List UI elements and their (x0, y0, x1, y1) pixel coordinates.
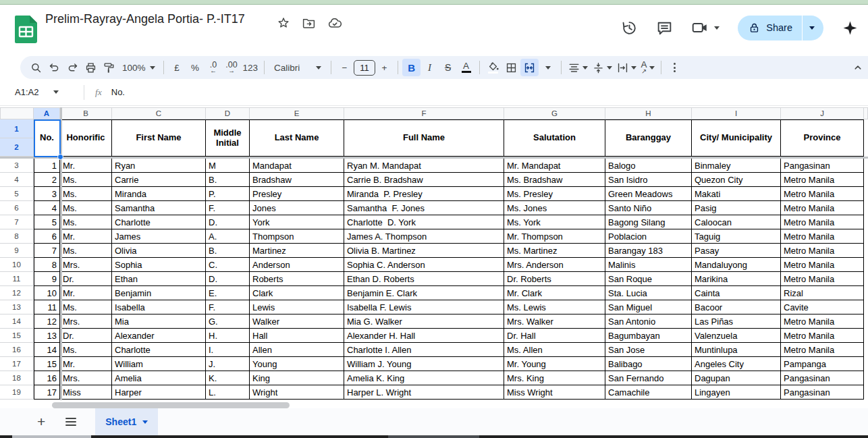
paint-format-button[interactable] (100, 59, 118, 76)
share-button[interactable]: Share (738, 16, 823, 40)
cell[interactable]: Ms. Lewis (504, 300, 605, 314)
cell[interactable]: 12 (34, 314, 60, 329)
cell[interactable]: F. (206, 300, 250, 314)
cell[interactable]: Roberts (250, 272, 344, 286)
cell[interactable]: Mr. (60, 159, 112, 173)
cell[interactable]: 5 (34, 215, 60, 229)
cell[interactable]: Quezon City (692, 173, 781, 187)
row-header-13[interactable]: 13 (0, 300, 34, 314)
column-header-E[interactable]: E (250, 107, 344, 119)
row-header-3[interactable]: 3 (0, 159, 34, 173)
cell[interactable]: Clark (250, 286, 344, 300)
cell[interactable]: Marikina (692, 272, 781, 286)
comments-icon[interactable] (656, 20, 673, 36)
cell[interactable]: Jones (250, 201, 344, 215)
column-header-C[interactable]: C (112, 107, 206, 119)
cell[interactable]: Wright (250, 385, 344, 400)
video-camera-icon[interactable] (691, 19, 709, 36)
print-button[interactable] (82, 59, 100, 76)
cell[interactable]: Dr. Hall (504, 329, 605, 343)
cell[interactable]: Ms. Presley (504, 187, 605, 201)
cell[interactable]: Taguig (692, 229, 781, 244)
cell[interactable]: E. (206, 286, 250, 300)
cell[interactable]: Poblacion (605, 229, 692, 244)
cell[interactable]: Ms. (60, 244, 112, 258)
cell[interactable]: Metro Manila (781, 187, 864, 201)
cell[interactable]: Ethan (112, 272, 206, 286)
cell[interactable]: Miranda (112, 187, 206, 201)
document-title[interactable]: Prelim-Rayray-Angela Portia- P.-IT17 (45, 12, 245, 26)
select-all-corner[interactable] (0, 107, 34, 119)
cell[interactable]: Pampanga (781, 357, 864, 371)
cell[interactable]: D. (206, 272, 250, 286)
cell[interactable]: Mrs. King (504, 371, 605, 385)
cell[interactable]: Martinez (250, 244, 344, 258)
cell[interactable]: Mandaluyong (692, 258, 781, 272)
row-header-8[interactable]: 8 (0, 229, 34, 244)
font-select[interactable]: Calibri (269, 59, 327, 76)
cell[interactable]: Bacoor (692, 300, 781, 314)
cell[interactable]: York (250, 215, 344, 229)
share-dropdown[interactable] (803, 16, 823, 40)
cell[interactable]: 4 (34, 201, 60, 215)
version-history-icon[interactable] (621, 20, 638, 36)
cell[interactable]: 16 (34, 371, 60, 385)
cell[interactable]: San Jose (605, 343, 692, 357)
name-box[interactable]: A1:A2 (0, 87, 80, 97)
cell[interactable]: Lingayen (692, 385, 781, 400)
cell[interactable]: B. (206, 244, 250, 258)
cell[interactable]: Metro Manila (781, 343, 864, 357)
cell[interactable]: 2 (34, 173, 60, 187)
cell[interactable]: Ryan M. Mandapat (344, 159, 504, 173)
cell[interactable]: 1 (34, 159, 60, 173)
format-percent-button[interactable]: % (186, 59, 205, 76)
header-cell-salutation[interactable]: Salutation (504, 119, 605, 157)
cell[interactable]: San Fernando (605, 371, 692, 385)
cell[interactable]: Binmaley (692, 159, 781, 173)
cell[interactable]: H. (206, 329, 250, 343)
decrease-font-size-button[interactable]: − (335, 59, 354, 76)
cell[interactable]: Sta. Lucia (605, 286, 692, 300)
header-cell-middle-initial[interactable]: Middle Initial (206, 119, 250, 157)
cell[interactable]: G. (206, 314, 250, 329)
header-cell-full-name[interactable]: Full Name (344, 119, 504, 157)
italic-button[interactable]: I (421, 59, 439, 76)
cell[interactable]: William J. Young (344, 357, 504, 371)
cell[interactable]: Walker (250, 314, 344, 329)
format-currency-button[interactable]: £ (168, 59, 186, 76)
cell[interactable]: Ms. (60, 201, 112, 215)
cell[interactable]: 8 (34, 258, 60, 272)
cell[interactable]: Amelia K. King (344, 371, 504, 385)
decrease-decimal-button[interactable]: .0← (205, 59, 223, 76)
cell[interactable]: Ms. Bradshaw (504, 173, 605, 187)
cell[interactable]: L. (206, 385, 250, 400)
cell[interactable]: Santo Niño (605, 201, 692, 215)
cell[interactable]: Olivia (112, 244, 206, 258)
cell[interactable]: K. (206, 371, 250, 385)
cell[interactable]: Hall (250, 329, 344, 343)
cell[interactable]: Green Meadows (605, 187, 692, 201)
header-cell-city-municipality[interactable]: City/ Municipality (692, 119, 781, 157)
selection-fill-handle[interactable] (57, 154, 63, 160)
row-header-14[interactable]: 14 (0, 314, 34, 329)
cell[interactable]: Pasig (692, 201, 781, 215)
cell[interactable]: Charlotte (112, 215, 206, 229)
cell[interactable]: J. (206, 357, 250, 371)
cell[interactable]: P. (206, 187, 250, 201)
cell[interactable]: Ms. York (504, 215, 605, 229)
column-header-H[interactable]: H (605, 107, 692, 119)
cell[interactable]: Ms. (60, 173, 112, 187)
cell[interactable]: Sophia (112, 258, 206, 272)
cell[interactable]: A. (206, 229, 250, 244)
cell[interactable]: Mr. (60, 286, 112, 300)
cell[interactable]: Ms. Martinez (504, 244, 605, 258)
cell[interactable]: Ms. Jones (504, 201, 605, 215)
row-header-18[interactable]: 18 (0, 371, 34, 385)
cell[interactable]: Young (250, 357, 344, 371)
column-header-J[interactable]: J (781, 107, 864, 119)
cell[interactable]: Balogo (605, 159, 692, 173)
cell[interactable]: Harper (112, 385, 206, 400)
fill-color-button[interactable] (484, 59, 502, 76)
cell[interactable]: Allen (250, 343, 344, 357)
cell[interactable]: 11 (34, 300, 60, 314)
